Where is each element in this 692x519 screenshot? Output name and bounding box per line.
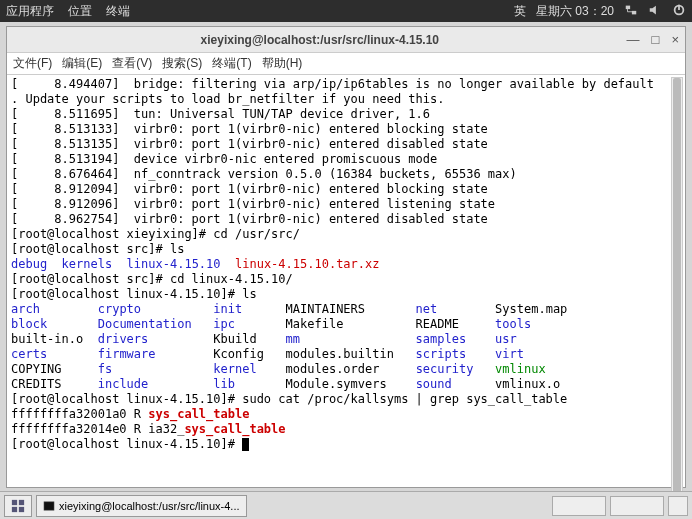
- network-icon[interactable]: [624, 3, 638, 20]
- menu-search[interactable]: 搜索(S): [162, 55, 202, 72]
- minimize-button[interactable]: —: [627, 32, 640, 47]
- menu-help[interactable]: 帮助(H): [262, 55, 303, 72]
- scrollbar-thumb[interactable]: [673, 78, 681, 506]
- taskbar-entry-label: xieyixing@localhost:/usr/src/linux-4...: [59, 500, 240, 512]
- clock[interactable]: 星期六 03：20: [536, 3, 614, 20]
- menu-places[interactable]: 位置: [68, 3, 92, 20]
- tray-slot-3[interactable]: [668, 496, 688, 516]
- svg-rect-7: [19, 506, 24, 511]
- taskbar-entry-terminal[interactable]: xieyixing@localhost:/usr/src/linux-4...: [36, 495, 247, 517]
- svg-rect-0: [626, 5, 630, 9]
- maximize-button[interactable]: □: [652, 32, 660, 47]
- tray-slot-2[interactable]: [610, 496, 664, 516]
- svg-rect-9: [45, 502, 54, 510]
- ime-indicator[interactable]: 英: [514, 3, 526, 20]
- svg-rect-6: [12, 506, 17, 511]
- scrollbar[interactable]: [671, 77, 683, 507]
- window-menubar: 文件(F) 编辑(E) 查看(V) 搜索(S) 终端(T) 帮助(H): [7, 53, 685, 75]
- menu-terminal[interactable]: 终端: [106, 3, 130, 20]
- terminal-window: xieyixing@localhost:/usr/src/linux-4.15.…: [6, 26, 686, 488]
- terminal-output[interactable]: [ 8.494407] bridge: filtering via arp/ip…: [7, 75, 685, 487]
- menu-edit[interactable]: 编辑(E): [62, 55, 102, 72]
- volume-icon[interactable]: [648, 3, 662, 20]
- power-icon[interactable]: [672, 3, 686, 20]
- svg-rect-5: [19, 499, 24, 504]
- titlebar[interactable]: xieyixing@localhost:/usr/src/linux-4.15.…: [7, 27, 685, 53]
- menu-terminal[interactable]: 终端(T): [212, 55, 251, 72]
- menu-view[interactable]: 查看(V): [112, 55, 152, 72]
- tray-slot-1[interactable]: [552, 496, 606, 516]
- close-button[interactable]: ×: [671, 32, 679, 47]
- window-title: xieyixing@localhost:/usr/src/linux-4.15.…: [13, 33, 627, 47]
- menu-file[interactable]: 文件(F): [13, 55, 52, 72]
- svg-rect-3: [678, 4, 680, 9]
- menu-applications[interactable]: 应用程序: [6, 3, 54, 20]
- desktop-topbar: 应用程序 位置 终端 英 星期六 03：20: [0, 0, 692, 22]
- show-desktop-button[interactable]: [4, 495, 32, 517]
- taskbar: xieyixing@localhost:/usr/src/linux-4...: [0, 491, 692, 519]
- svg-rect-4: [12, 499, 17, 504]
